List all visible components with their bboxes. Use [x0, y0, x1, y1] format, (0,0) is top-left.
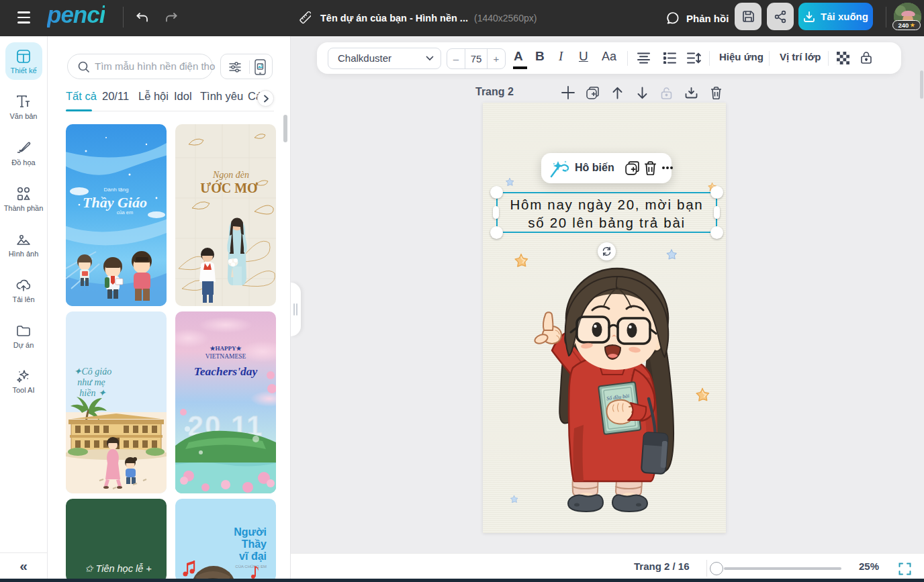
svg-text:Thầy Giáo: Thầy Giáo	[83, 194, 147, 211]
svg-text:VIETNAMESE: VIETNAMESE	[205, 353, 246, 360]
svg-text:vĩ đại: vĩ đại	[239, 550, 267, 562]
svg-text:như mẹ: như mẹ	[77, 377, 105, 387]
svg-text:CỦA CHÚNG EM: CỦA CHÚNG EM	[235, 565, 267, 569]
svg-text:Thầy: Thầy	[242, 538, 267, 550]
svg-text:Dành tặng: Dành tặng	[104, 187, 129, 193]
svg-text:Teachers'day: Teachers'day	[194, 365, 258, 378]
svg-text:★HAPPY★: ★HAPPY★	[210, 345, 242, 352]
svg-text:ƯỚC MƠ: ƯỚC MƠ	[200, 180, 258, 195]
svg-text:✦Cô giáo: ✦Cô giáo	[74, 367, 111, 377]
svg-text:Ngọn đèn: Ngọn đèn	[212, 170, 249, 180]
svg-text:✩ Tiên học lễ +: ✩ Tiên học lễ +	[85, 563, 151, 574]
svg-text:của em: của em	[117, 209, 134, 215]
svg-text:hiền ✦: hiền ✦	[79, 388, 107, 398]
svg-text:Người: Người	[234, 526, 267, 538]
